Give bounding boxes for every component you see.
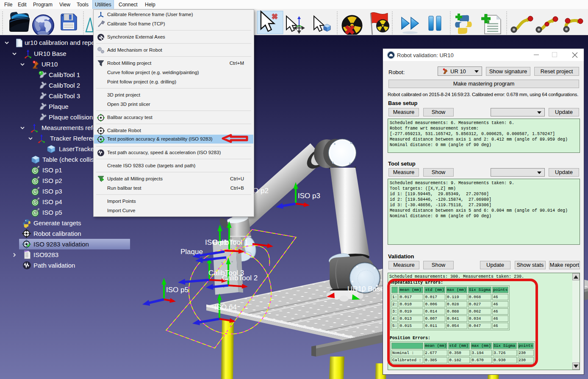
svg-text:CalibTool 1: CalibTool 1: [213, 238, 248, 246]
svg-text:ISO p4: ISO p4: [214, 303, 237, 311]
svg-text:Plaque: Plaque: [180, 248, 203, 256]
svg-text:UR10 Base: UR10 Base: [347, 285, 384, 293]
svg-text:CalibTool 2: CalibTool 2: [222, 274, 258, 282]
svg-text:ISO p3: ISO p3: [298, 192, 320, 200]
